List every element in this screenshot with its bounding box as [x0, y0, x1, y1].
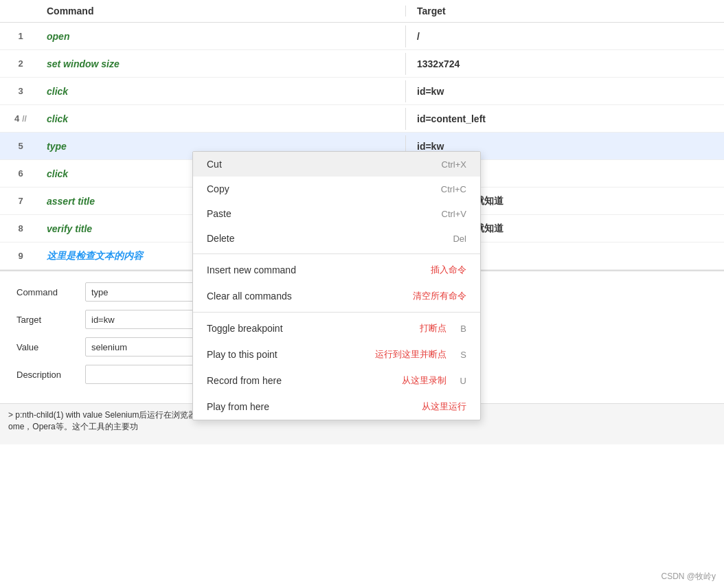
ctx-play-here[interactable]: Play from here 从这里运行	[193, 394, 480, 420]
context-menu: Cut Ctrl+X Copy Ctrl+C Paste Ctrl+V Dele…	[192, 151, 481, 420]
ctx-record-shortcut: U	[460, 376, 466, 386]
header-target: Target	[405, 5, 724, 16]
ctx-clear-label: Clear all commands	[207, 291, 292, 302]
ctx-cut-shortcut: Ctrl+X	[442, 159, 466, 170]
value-label: Value	[16, 342, 85, 352]
ctx-delete-label: Delete	[207, 233, 234, 244]
description-label: Description	[16, 370, 85, 380]
row-num: 5	[0, 141, 41, 151]
ctx-play-to-chinese: 运行到这里并断点	[375, 348, 446, 361]
ctx-divider-1	[193, 253, 480, 254]
ctx-play-to-shortcut: S	[460, 350, 466, 360]
ctx-toggle-chinese: 打断点	[420, 322, 446, 335]
row-num: 9	[0, 251, 41, 261]
ctx-delete-shortcut: Del	[453, 234, 466, 244]
ctx-play-to-point[interactable]: Play to this point 运行到这里并断点 S	[193, 341, 480, 368]
ctx-play-here-label: Play from here	[207, 401, 269, 412]
ctx-play-here-chinese: 从这里运行	[422, 400, 466, 413]
ctx-insert-label: Insert new command	[207, 264, 296, 275]
ctx-clear-chinese: 清空所有命令	[413, 290, 466, 302]
table-row[interactable]: 3 click id=kw	[0, 78, 724, 105]
status-text-2: ome，Opera等。这个工具的主要功	[8, 422, 138, 431]
ctx-insert-command[interactable]: Insert new command 插入命令	[193, 257, 480, 283]
ctx-paste[interactable]: Paste Ctrl+V	[193, 201, 480, 226]
ctx-clear-commands[interactable]: Clear all commands 清空所有命令	[193, 283, 480, 309]
ctx-toggle-shortcut: B	[460, 324, 466, 334]
ctx-record-label: Record from here	[207, 375, 282, 386]
ctx-divider-2	[193, 312, 480, 313]
ctx-play-to-label: Play to this point	[207, 349, 278, 360]
row-command: open	[41, 25, 405, 47]
row-num: 6	[0, 168, 41, 179]
header-num	[0, 5, 41, 16]
row-target: id=kw	[405, 80, 724, 102]
comment-mark: //	[22, 114, 27, 124]
ctx-copy-shortcut: Ctrl+C	[441, 184, 466, 194]
command-label: Command	[16, 287, 85, 297]
row-num: 2	[0, 58, 41, 69]
row-command: click	[41, 108, 405, 130]
table-row[interactable]: 4 // click id=content_left	[0, 105, 724, 133]
target-label: Target	[16, 315, 85, 325]
table-header: Command Target	[0, 0, 724, 23]
ctx-paste-shortcut: Ctrl+V	[442, 209, 466, 219]
row-target: 1332x724	[405, 53, 724, 75]
ctx-toggle-label: Toggle breakpoint	[207, 323, 283, 334]
ctx-paste-label: Paste	[207, 208, 231, 219]
ctx-record-chinese: 从这里录制	[402, 374, 446, 387]
row-command: set window size	[41, 53, 405, 75]
row-command: click	[41, 80, 405, 102]
ctx-insert-chinese: 插入命令	[431, 264, 466, 276]
watermark-text: CSDN @牧岭y	[661, 572, 716, 581]
ctx-cut-label: Cut	[207, 159, 222, 170]
ctx-delete[interactable]: Delete Del	[193, 226, 480, 251]
row-target: id=content_left	[405, 108, 724, 130]
header-command: Command	[41, 5, 405, 16]
row-num: 4 //	[0, 113, 41, 124]
row-num: 3	[0, 86, 41, 96]
row-num: 1	[0, 31, 41, 41]
ctx-copy-label: Copy	[207, 183, 229, 194]
row-target: /	[405, 25, 724, 47]
ctx-copy[interactable]: Copy Ctrl+C	[193, 177, 480, 201]
row-num: 8	[0, 223, 41, 234]
watermark: CSDN @牧岭y	[661, 571, 716, 583]
table-row[interactable]: 1 open /	[0, 23, 724, 50]
row-num: 7	[0, 196, 41, 206]
ctx-record-here[interactable]: Record from here 从这里录制 U	[193, 368, 480, 394]
table-row[interactable]: 2 set window size 1332x724	[0, 50, 724, 78]
ctx-cut[interactable]: Cut Ctrl+X	[193, 152, 480, 177]
ctx-toggle-breakpoint[interactable]: Toggle breakpoint 打断点 B	[193, 315, 480, 341]
